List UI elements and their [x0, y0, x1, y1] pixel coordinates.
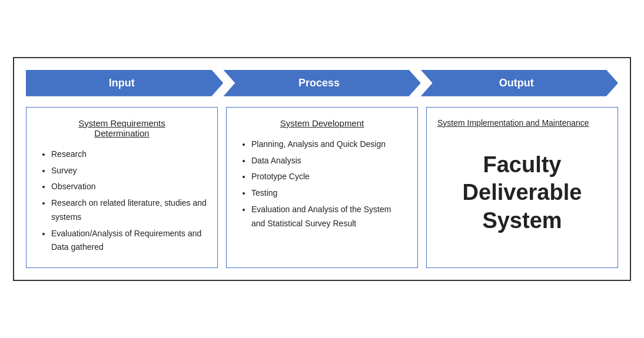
output-arrow: Output — [421, 70, 618, 96]
list-item: Data Analysis — [251, 154, 407, 168]
list-item: Research — [51, 148, 207, 162]
input-arrow: Input — [26, 70, 223, 96]
list-item: Evaluation/Analysis of Requirements and … — [51, 227, 207, 255]
output-line1: Faculty — [437, 151, 607, 179]
input-title: System RequirementsDetermination — [37, 118, 207, 138]
list-item: Prototype Cycle — [251, 170, 407, 184]
list-item: Observation — [51, 180, 207, 194]
output-line2: Deliverable — [437, 179, 607, 207]
input-label: Input — [109, 77, 135, 89]
process-bullet-list: Planning, Analysis and Quick Design Data… — [237, 138, 407, 231]
list-item: Planning, Analysis and Quick Design — [251, 138, 407, 152]
header-row: Input Process Output — [26, 70, 618, 96]
content-row: System RequirementsDetermination Researc… — [26, 107, 618, 269]
list-item: Evaluation and Analysis of the System an… — [251, 203, 407, 231]
diagram-wrapper: Input Process Output System Requirements… — [13, 57, 631, 282]
input-bullet-list: Research Survey Observation Research on … — [37, 148, 207, 255]
process-arrow: Process — [223, 70, 420, 96]
output-subtitle: System Implementation and Maintenance — [437, 118, 589, 128]
list-item: Survey — [51, 164, 207, 178]
list-item: Testing — [251, 186, 407, 200]
process-title: System Development — [237, 118, 407, 128]
output-line3: System — [437, 207, 607, 235]
output-label: Output — [499, 77, 534, 89]
list-item: Research on related literature, studies … — [51, 196, 207, 225]
process-column: System Development Planning, Analysis an… — [226, 107, 418, 269]
output-column: System Implementation and Maintenance Fa… — [426, 107, 618, 269]
input-column: System RequirementsDetermination Researc… — [26, 107, 218, 269]
output-big-text: Faculty Deliverable System — [437, 151, 607, 235]
process-label: Process — [298, 77, 340, 89]
